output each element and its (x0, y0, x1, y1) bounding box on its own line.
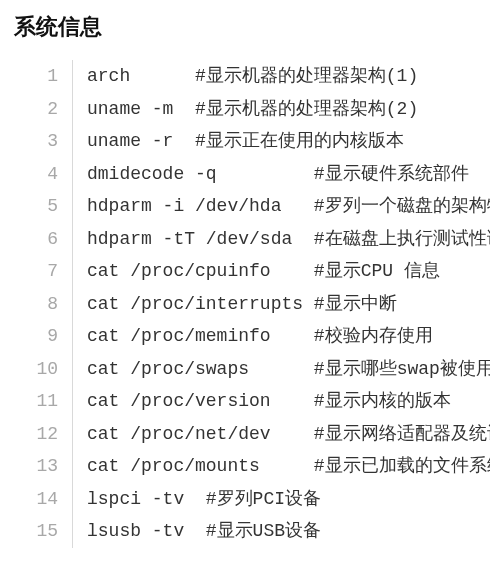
code-line: cat /proc/swaps #显示哪些swap被使用 (87, 353, 490, 386)
line-number: 2 (26, 93, 58, 126)
line-number: 13 (26, 450, 58, 483)
line-number: 15 (26, 515, 58, 548)
code-line: dmidecode -q #显示硬件系统部件 (87, 158, 490, 191)
code-line: cat /proc/cpuinfo #显示CPU 信息 (87, 255, 490, 288)
line-number: 10 (26, 353, 58, 386)
code-line: cat /proc/meminfo #校验内存使用 (87, 320, 490, 353)
code-line: cat /proc/mounts #显示已加载的文件系统 (87, 450, 490, 483)
line-number: 4 (26, 158, 58, 191)
line-number: 12 (26, 418, 58, 451)
line-number: 9 (26, 320, 58, 353)
code-content: arch #显示机器的处理器架构(1)uname -m #显示机器的处理器架构(… (73, 60, 490, 548)
code-line: uname -r #显示正在使用的内核版本 (87, 125, 490, 158)
code-line: cat /proc/net/dev #显示网络适配器及统计 (87, 418, 490, 451)
code-line: lspci -tv #罗列PCI设备 (87, 483, 490, 516)
code-block: 123456789101112131415 arch #显示机器的处理器架构(1… (10, 60, 490, 548)
line-number: 6 (26, 223, 58, 256)
code-line: hdparm -tT /dev/sda #在磁盘上执行测试性读取操作 (87, 223, 490, 256)
line-number: 14 (26, 483, 58, 516)
line-number: 8 (26, 288, 58, 321)
line-number: 7 (26, 255, 58, 288)
line-number: 5 (26, 190, 58, 223)
code-line: cat /proc/version #显示内核的版本 (87, 385, 490, 418)
code-line: lsusb -tv #显示USB设备 (87, 515, 490, 548)
code-line: cat /proc/interrupts #显示中断 (87, 288, 490, 321)
page: 系统信息 123456789101112131415 arch #显示机器的处理… (0, 0, 500, 548)
section-heading: 系统信息 (14, 12, 490, 42)
line-number: 3 (26, 125, 58, 158)
line-number-gutter: 123456789101112131415 (26, 60, 73, 548)
code-line: uname -m #显示机器的处理器架构(2) (87, 93, 490, 126)
code-line: arch #显示机器的处理器架构(1) (87, 60, 490, 93)
line-number: 1 (26, 60, 58, 93)
code-line: hdparm -i /dev/hda #罗列一个磁盘的架构特性 (87, 190, 490, 223)
line-number: 11 (26, 385, 58, 418)
